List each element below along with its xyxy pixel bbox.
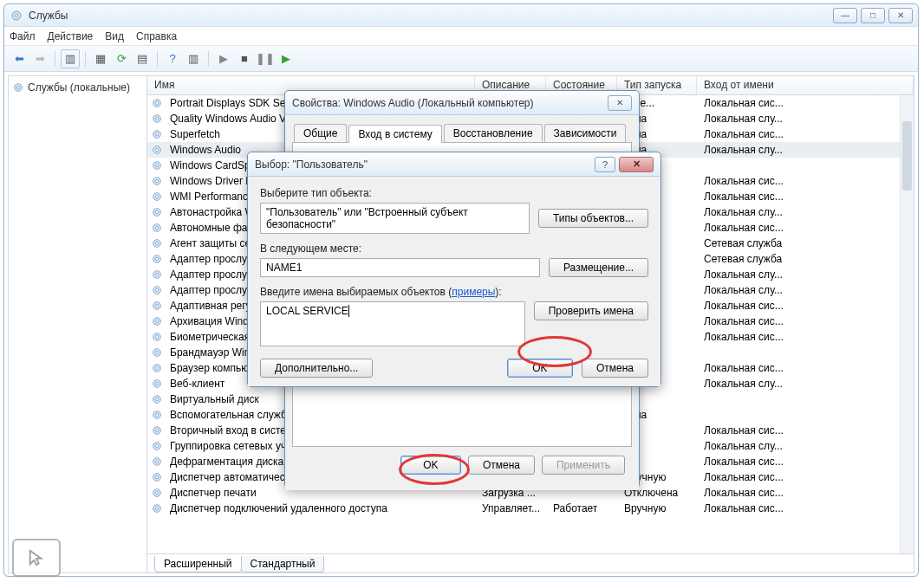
gear-icon <box>151 128 163 140</box>
tree-node-services-local[interactable]: Службы (локальные) <box>28 81 130 94</box>
titlebar[interactable]: Службы — □ ✕ <box>4 4 918 27</box>
gear-icon <box>151 113 163 125</box>
tab-standard[interactable]: Стандартный <box>241 556 325 572</box>
tab-logon[interactable]: Вход в систему <box>348 125 441 143</box>
gear-icon <box>151 346 163 359</box>
menu-view[interactable]: Вид <box>105 30 124 42</box>
col-logon[interactable]: Вход от имени <box>697 76 914 94</box>
cell-logon: Сетевая служба <box>700 237 914 249</box>
properties-close-button[interactable]: ✕ <box>608 95 632 111</box>
tab-deps[interactable]: Зависимости <box>544 124 627 142</box>
cell-logon: Локальная слу... <box>700 268 914 281</box>
window-title: Службы <box>29 10 833 22</box>
service-stop-button[interactable]: ■ <box>235 49 254 68</box>
location-label: В следующем месте: <box>260 242 648 255</box>
cell-logon: Локальная сис... <box>700 487 914 499</box>
window-close-button[interactable]: ✕ <box>888 8 913 23</box>
service-start-button[interactable]: ▶ <box>214 49 233 68</box>
cell-logon: Локальная сис... <box>700 128 914 140</box>
cell-logon: Локальная слу... <box>700 284 914 296</box>
check-names-button[interactable]: Проверить имена <box>534 301 648 320</box>
menu-action[interactable]: Действие <box>48 30 94 42</box>
scrollbar-thumb[interactable] <box>902 121 912 191</box>
menu-help[interactable]: Справка <box>136 30 177 42</box>
service-pause-button[interactable]: ❚❚ <box>256 49 275 68</box>
cell-logon: Локальная сис... <box>700 456 914 468</box>
gear-icon <box>151 440 163 452</box>
cell-name: Диспетчер подключений удаленного доступа <box>166 502 478 514</box>
select-user-close-button[interactable]: ✕ <box>619 157 654 172</box>
properties-cancel-button[interactable]: Отмена <box>468 456 535 475</box>
menubar: Файл Действие Вид Справка <box>4 27 918 46</box>
toolbar-properties-button[interactable]: ▥ <box>61 49 80 68</box>
menu-file[interactable]: Файл <box>10 30 36 42</box>
properties-buttons: OK Отмена Применить <box>292 447 632 483</box>
cell-logon: Локальная сис... <box>700 222 914 234</box>
toolbar-details-button[interactable]: ▥ <box>184 49 203 68</box>
gear-icon <box>151 222 163 234</box>
cell-logon: Локальная слу... <box>700 144 914 156</box>
nav-back-button[interactable]: ⬅ <box>10 49 29 68</box>
maximize-button[interactable]: □ <box>861 8 885 23</box>
tab-general[interactable]: Общие <box>294 124 347 142</box>
examples-link[interactable]: примеры <box>452 286 495 298</box>
gear-icon <box>151 424 163 436</box>
service-restart-button[interactable]: ▶ <box>277 49 296 68</box>
gear-icon <box>151 378 163 390</box>
gear-icon <box>151 268 163 281</box>
properties-tabs: Общие Вход в систему Восстановление Зави… <box>294 124 630 142</box>
gear-icon <box>10 9 23 23</box>
left-tree[interactable]: Службы (локальные) <box>9 76 147 572</box>
select-user-cancel-button[interactable]: Отмена <box>582 359 648 378</box>
select-user-ok-button[interactable]: OK <box>507 359 573 378</box>
gear-icon <box>151 315 163 327</box>
gear-icon <box>151 175 163 187</box>
object-types-button[interactable]: Типы объектов... <box>538 209 648 228</box>
gear-icon <box>151 159 163 171</box>
location-field: NAME1 <box>260 258 540 277</box>
object-names-input[interactable]: LOCAL SERVICE​ <box>260 301 525 346</box>
cell-logon: Локальная слу... <box>700 378 914 390</box>
properties-ok-button[interactable]: OK <box>400 456 461 475</box>
gear-icon <box>151 331 163 343</box>
cell-desc: Управляет... <box>478 502 550 514</box>
properties-titlebar[interactable]: Свойства: Windows Audio (Локальный компь… <box>285 91 639 115</box>
toolbar-list-button[interactable]: ▤ <box>133 49 152 68</box>
select-user-title: Выбор: "Пользователь" <box>255 158 368 171</box>
toolbar-export-button[interactable]: ▦ <box>91 49 110 68</box>
gear-icon <box>151 409 163 421</box>
cell-logon: Сетевая служба <box>700 253 914 265</box>
cell-logon: Локальная сис... <box>700 191 914 203</box>
cell-logon: Локальная сис... <box>700 502 914 514</box>
select-user-help-button[interactable]: ? <box>595 157 615 172</box>
watermark <box>12 539 61 577</box>
vertical-scrollbar[interactable] <box>900 95 914 553</box>
cell-logon: Локальная сис... <box>700 362 914 374</box>
location-button[interactable]: Размещение... <box>549 258 648 277</box>
cell-logon: Локальная сис... <box>700 97 914 109</box>
tab-extended[interactable]: Расширенный <box>154 556 242 572</box>
gear-icon <box>151 284 163 296</box>
gear-icon <box>151 487 163 499</box>
gear-icon <box>12 81 24 94</box>
select-user-dialog: Выбор: "Пользователь" ? ✕ Выберите тип о… <box>247 152 661 387</box>
table-row[interactable]: Диспетчер подключений удаленного доступа… <box>147 501 914 516</box>
object-names-label: Введите имена выбираемых объектов (приме… <box>260 286 648 298</box>
properties-title: Свойства: Windows Audio (Локальный компь… <box>292 97 534 109</box>
gear-icon <box>151 362 163 374</box>
cell-logon: Локальная сис... <box>700 471 914 483</box>
gear-icon <box>151 191 163 203</box>
tab-recovery[interactable]: Восстановление <box>444 124 543 142</box>
minimize-button[interactable]: — <box>833 8 857 23</box>
properties-apply-button[interactable]: Применить <box>542 456 625 475</box>
select-user-titlebar[interactable]: Выбор: "Пользователь" ? ✕ <box>248 152 660 177</box>
cell-state: Работает <box>550 502 621 514</box>
toolbar-help-button[interactable]: ? <box>163 49 182 68</box>
object-type-field: "Пользователь" или "Встроенный субъект б… <box>260 203 530 234</box>
cell-logon: Локальная сис... <box>700 175 914 187</box>
advanced-button[interactable]: Дополнительно... <box>260 359 373 378</box>
gear-icon <box>151 144 163 156</box>
bottom-tabs: Расширенный Стандартный <box>147 553 914 572</box>
nav-forward-button[interactable]: ➡ <box>30 49 49 68</box>
toolbar-refresh-button[interactable]: ⟳ <box>112 49 131 68</box>
